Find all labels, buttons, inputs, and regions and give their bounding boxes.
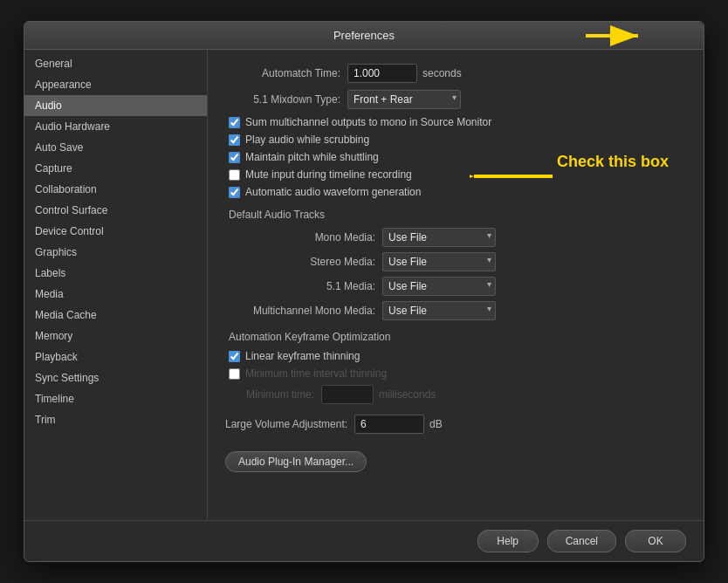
- sidebar-item-memory[interactable]: Memory: [24, 326, 207, 346]
- sidebar-item-control-surface[interactable]: Control Surface: [24, 200, 207, 221]
- track-multichannel-mono-select-wrapper: Use FileMonoStereo: [382, 301, 496, 320]
- checkbox-mute-input-label: Mute input during timeline recording: [245, 168, 412, 181]
- sidebar-item-media[interactable]: Media: [24, 284, 207, 305]
- checkbox-play-audio: Play audio while scrubbing: [225, 134, 686, 146]
- cancel-button[interactable]: Cancel: [547, 530, 616, 552]
- sidebar-item-collaboration[interactable]: Collaboration: [24, 179, 207, 200]
- checkbox-auto-waveform-label: Automatic audio waveform generation: [245, 186, 421, 198]
- large-volume-row: Large Volume Adjustment: dB: [225, 415, 686, 434]
- checkbox-multichannel-label: Sum multichannel outputs to mono in Sour…: [245, 116, 491, 128]
- checkbox-auto-waveform-input[interactable]: [229, 187, 240, 198]
- automatch-input[interactable]: [347, 64, 417, 83]
- track-mono-select[interactable]: Use FileMonoStereo: [382, 228, 496, 247]
- sidebar-item-capture[interactable]: Capture: [24, 158, 207, 179]
- sidebar-item-playback[interactable]: Playback: [24, 346, 207, 367]
- min-time-unit: milliseconds: [379, 388, 436, 401]
- checkbox-maintain-pitch-label: Maintain pitch while shuttling: [245, 151, 379, 163]
- large-volume-input[interactable]: [354, 415, 424, 434]
- track-51-select[interactable]: Use FileMonoStereo: [382, 277, 496, 296]
- min-time-label: Minimum time:: [225, 388, 321, 401]
- checkbox-maintain-pitch-input[interactable]: [229, 152, 240, 163]
- min-time-input: [321, 385, 374, 404]
- automatch-label: Automatch Time:: [225, 67, 347, 79]
- track-stereo-select-wrapper: Use FileMonoStereo: [382, 252, 496, 271]
- mixdown-select[interactable]: Front + Rear Front Rear LFE: [347, 90, 461, 109]
- sidebar-item-sync-settings[interactable]: Sync Settings: [24, 367, 207, 388]
- ok-button[interactable]: OK: [625, 530, 686, 552]
- sidebar-item-auto-save[interactable]: Auto Save: [24, 137, 207, 158]
- track-stereo-select[interactable]: Use FileMonoStereo: [382, 252, 496, 271]
- sidebar-item-media-cache[interactable]: Media Cache: [24, 305, 207, 326]
- checkbox-play-audio-label: Play audio while scrubbing: [245, 134, 369, 146]
- check-this-box-label: Check this box: [557, 153, 669, 171]
- title-bar: Preferences: [24, 22, 704, 50]
- checkbox-linear-thinning: Linear keyframe thinning: [225, 350, 686, 362]
- dialog-title: Preferences: [333, 29, 395, 42]
- mixdown-label: 5.1 Mixdown Type:: [225, 93, 347, 106]
- sidebar-item-device-control[interactable]: Device Control: [24, 221, 207, 242]
- track-stereo-label: Stereo Media:: [225, 256, 382, 268]
- sidebar-item-graphics[interactable]: Graphics: [24, 242, 207, 263]
- main-content: Automatch Time: seconds 5.1 Mixdown Type…: [208, 50, 704, 520]
- track-multichannel-mono: Multichannel Mono Media: Use FileMonoSte…: [225, 301, 686, 320]
- dialog-footer: Help Cancel OK: [24, 520, 704, 561]
- title-arrow-icon: [581, 25, 651, 46]
- track-51: 5.1 Media: Use FileMonoStereo: [225, 277, 686, 296]
- track-51-label: 5.1 Media:: [225, 280, 382, 292]
- default-tracks-title: Default Audio Tracks: [229, 209, 686, 221]
- sidebar-item-trim[interactable]: Trim: [24, 409, 207, 430]
- mute-arrow-icon: [470, 167, 557, 186]
- large-volume-unit: dB: [429, 418, 443, 430]
- sidebar: General Appearance Audio Audio Hardware …: [24, 50, 208, 520]
- sidebar-item-audio[interactable]: Audio: [24, 95, 207, 116]
- checkbox-min-interval-input[interactable]: [229, 368, 240, 380]
- track-stereo: Stereo Media: Use FileMonoStereo: [225, 252, 686, 271]
- checkbox-auto-waveform: Automatic audio waveform generation: [225, 186, 686, 198]
- automatch-row: Automatch Time: seconds: [225, 64, 686, 83]
- track-mono-select-wrapper: Use FileMonoStereo: [382, 228, 496, 247]
- sidebar-item-appearance[interactable]: Appearance: [24, 74, 207, 95]
- sidebar-item-timeline[interactable]: Timeline: [24, 388, 207, 409]
- dialog-body: General Appearance Audio Audio Hardware …: [24, 50, 704, 520]
- track-multichannel-mono-label: Multichannel Mono Media:: [225, 305, 382, 317]
- preferences-dialog: Preferences Genera: [24, 21, 704, 562]
- mixdown-select-wrapper: Front + Rear Front Rear LFE: [347, 90, 461, 109]
- sidebar-item-labels[interactable]: Labels: [24, 263, 207, 284]
- min-time-row: Minimum time: milliseconds: [225, 385, 686, 404]
- automatch-unit: seconds: [422, 67, 462, 79]
- checkbox-multichannel-input[interactable]: [229, 117, 240, 128]
- sidebar-item-audio-hardware[interactable]: Audio Hardware: [24, 116, 207, 137]
- checkbox-play-audio-input[interactable]: [229, 134, 240, 146]
- track-51-select-wrapper: Use FileMonoStereo: [382, 277, 496, 296]
- checkbox-mute-input-checkbox[interactable]: [229, 169, 240, 181]
- track-multichannel-mono-select[interactable]: Use FileMonoStereo: [382, 301, 496, 320]
- mixdown-row: 5.1 Mixdown Type: Front + Rear Front Rea…: [225, 90, 686, 109]
- checkbox-mute-input: Mute input during timeline recording Che…: [225, 168, 686, 181]
- checkbox-linear-thinning-input[interactable]: [229, 351, 240, 362]
- checkbox-min-interval: Minimum time interval thinning: [225, 367, 686, 380]
- checkbox-linear-thinning-label: Linear keyframe thinning: [245, 350, 360, 362]
- track-mono-label: Mono Media:: [225, 231, 382, 243]
- sidebar-item-general[interactable]: General: [24, 53, 207, 74]
- track-mono: Mono Media: Use FileMonoStereo: [225, 228, 686, 247]
- plugin-manager-button[interactable]: Audio Plug-In Manager...: [225, 451, 367, 472]
- help-button[interactable]: Help: [477, 530, 539, 552]
- automation-title: Automation Keyframe Optimization: [229, 331, 686, 343]
- large-volume-label: Large Volume Adjustment:: [225, 418, 354, 430]
- checkbox-min-interval-label: Minimum time interval thinning: [245, 367, 387, 380]
- checkbox-multichannel: Sum multichannel outputs to mono in Sour…: [225, 116, 686, 128]
